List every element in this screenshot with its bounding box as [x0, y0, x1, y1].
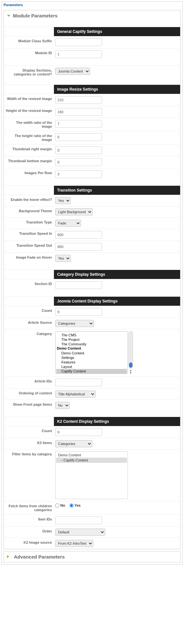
label-module-class-suffix: Module Class Suffix: [4, 36, 54, 48]
label-module-id: Module ID: [4, 48, 54, 60]
label-filter-category: Filter items by category: [4, 449, 54, 501]
module-pane-toggle[interactable]: Module Parameters: [4, 10, 180, 21]
label-fetch-children: Fetch items from children categories: [4, 501, 54, 514]
radio-no[interactable]: [55, 503, 59, 508]
select-order[interactable]: Default: [55, 529, 105, 536]
label-k2-items: K2 Items: [4, 438, 54, 449]
label-order: Order: [4, 526, 54, 538]
select-fade-on-hover[interactable]: Yes: [55, 255, 71, 262]
label-thumb-right: Thumbnail right margin: [4, 144, 54, 156]
label-ordering: Ordering of content: [4, 389, 54, 400]
label-article-source: Article Source: [4, 318, 54, 329]
label-width-ratio: The width ratio of the image: [4, 118, 54, 131]
chevron-right-icon: [7, 555, 11, 558]
select-k2-image-source[interactable]: From K2 IntroText: [55, 540, 93, 547]
advanced-parameters-pane: Advanced Parameters: [4, 551, 180, 562]
module-pane-title: Module Parameters: [13, 13, 57, 18]
chevron-down-icon: [7, 15, 10, 17]
section-image-resize: Image Resize Settings: [54, 85, 180, 94]
panel-title: Parameters: [2, 2, 182, 8]
label-k2-image-source: K2 Image source: [4, 538, 54, 549]
scroll-thumb[interactable]: [129, 362, 132, 368]
input-width-ratio[interactable]: [55, 120, 102, 128]
label-resize-width: Width of the resized image: [4, 94, 54, 106]
select-bg-theme[interactable]: Light Background: [55, 208, 93, 215]
label-k2-count: Count: [4, 426, 54, 438]
radio-yes[interactable]: [69, 503, 74, 508]
label-transition-type: Transition Type: [4, 218, 54, 229]
select-front-page[interactable]: No: [55, 402, 70, 409]
section-joomla-content: Joomla Content Display Settings: [54, 297, 180, 306]
label-display-sections: Display Sections, categories or content?: [4, 66, 54, 79]
label-section-id: Section ID: [4, 279, 54, 291]
radio-no-label[interactable]: No: [55, 503, 65, 507]
select-display-sections[interactable]: Joomla Content: [55, 68, 90, 75]
input-height-ratio[interactable]: [55, 133, 102, 141]
section-category-display: Category Display Settings: [54, 270, 180, 279]
parameters-panel: Parameters Module Parameters General Cap…: [1, 1, 183, 565]
input-item-ids[interactable]: [55, 517, 102, 524]
input-resize-height[interactable]: [55, 108, 102, 116]
label-article-ids: Article IDs: [4, 377, 54, 389]
radio-yes-label[interactable]: Yes: [69, 503, 81, 507]
label-speed-in: Transition Speed In: [4, 229, 54, 241]
label-resize-height: Height of the resized image: [4, 106, 54, 118]
label-count: Count: [4, 306, 54, 318]
input-module-class-suffix[interactable]: [55, 38, 102, 46]
section-transition: Transition Settings: [54, 186, 180, 195]
label-speed-out: Transition Speed Out: [4, 241, 54, 253]
k2-filter-list[interactable]: Demo Content- Captify Content: [55, 451, 128, 499]
module-pane-body: General Captify Settings Module Class Su…: [4, 21, 180, 549]
label-enable-hover: Enable the hover effect?: [4, 195, 54, 206]
select-transition-type[interactable]: Fade: [55, 220, 81, 227]
scroll-down-icon[interactable]: ▼: [129, 372, 132, 374]
section-k2-content: K2 Content Display Settings: [54, 417, 180, 426]
input-article-ids[interactable]: [55, 379, 102, 386]
label-category: Category: [4, 329, 54, 377]
select-k2-items[interactable]: Categories: [55, 440, 92, 447]
input-module-id[interactable]: [55, 50, 102, 58]
input-k2-count[interactable]: [55, 428, 102, 436]
filter-item[interactable]: - Captify Content: [56, 458, 127, 463]
label-front-page: Show Front page Items: [4, 400, 54, 411]
params-table: General Captify Settings Module Class Su…: [4, 21, 180, 549]
input-count[interactable]: [55, 308, 102, 316]
module-parameters-pane: Module Parameters General Captify Settin…: [4, 10, 180, 549]
advanced-pane-toggle[interactable]: Advanced Parameters: [4, 551, 180, 562]
label-fade-on-hover: Image Fade on Hover: [4, 253, 54, 264]
select-enable-hover[interactable]: Yes: [55, 197, 71, 204]
filter-item[interactable]: Demo Content: [56, 452, 127, 458]
label-images-per-row: Images Per Row: [4, 168, 54, 180]
input-speed-out[interactable]: [55, 243, 102, 251]
input-section-id[interactable]: [55, 281, 102, 289]
input-resize-width[interactable]: [55, 96, 102, 104]
input-speed-in[interactable]: [55, 231, 102, 239]
label-height-ratio: The height ratio of the image: [4, 131, 54, 144]
input-thumb-right[interactable]: [55, 146, 102, 154]
select-category[interactable]: The CMSThe ProjectThe CommunityDemo Cont…: [55, 331, 128, 374]
select-ordering[interactable]: Title Alphabetical: [55, 391, 96, 398]
input-images-per-row[interactable]: [55, 170, 102, 178]
section-general: General Captify Settings: [54, 27, 180, 36]
radio-fetch-children: No Yes: [55, 503, 84, 507]
label-thumb-bottom: Thumbnail bottom margin: [4, 156, 54, 168]
label-item-ids: Item IDs: [4, 514, 54, 526]
category-scrollbar[interactable]: ▲▼: [128, 331, 133, 374]
label-bg-theme: Background Theme: [4, 206, 54, 218]
advanced-pane-title: Advanced Parameters: [14, 554, 65, 560]
input-thumb-bottom[interactable]: [55, 158, 102, 166]
select-article-source[interactable]: Categories: [55, 320, 94, 327]
